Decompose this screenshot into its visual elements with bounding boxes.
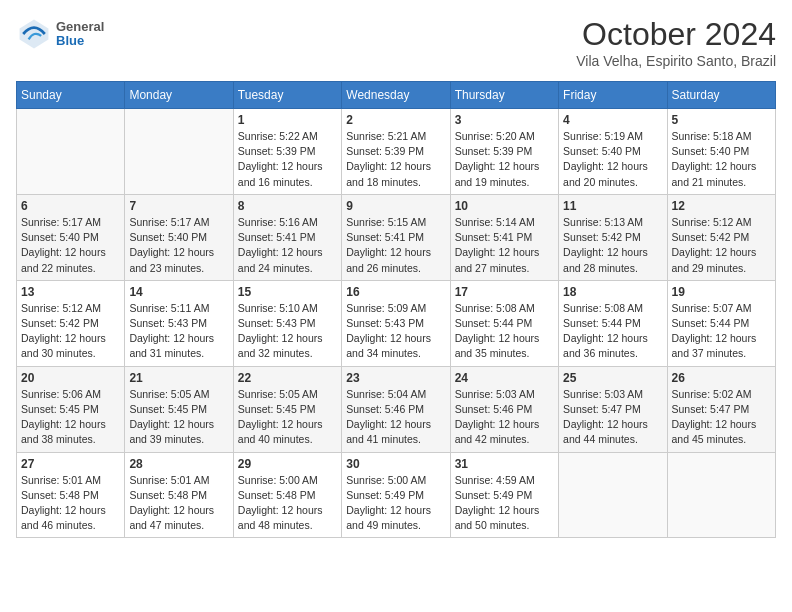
calendar-cell: 12Sunrise: 5:12 AMSunset: 5:42 PMDayligh… <box>667 194 775 280</box>
day-number: 8 <box>238 199 337 213</box>
calendar-cell: 18Sunrise: 5:08 AMSunset: 5:44 PMDayligh… <box>559 280 667 366</box>
day-info: Sunrise: 5:01 AMSunset: 5:48 PMDaylight:… <box>129 473 228 534</box>
day-number: 14 <box>129 285 228 299</box>
calendar-cell: 16Sunrise: 5:09 AMSunset: 5:43 PMDayligh… <box>342 280 450 366</box>
day-number: 10 <box>455 199 554 213</box>
day-number: 28 <box>129 457 228 471</box>
day-number: 29 <box>238 457 337 471</box>
day-info: Sunrise: 5:16 AMSunset: 5:41 PMDaylight:… <box>238 215 337 276</box>
day-number: 12 <box>672 199 771 213</box>
calendar-cell: 9Sunrise: 5:15 AMSunset: 5:41 PMDaylight… <box>342 194 450 280</box>
calendar-cell: 8Sunrise: 5:16 AMSunset: 5:41 PMDaylight… <box>233 194 341 280</box>
day-number: 25 <box>563 371 662 385</box>
day-number: 9 <box>346 199 445 213</box>
day-info: Sunrise: 5:08 AMSunset: 5:44 PMDaylight:… <box>563 301 662 362</box>
day-number: 16 <box>346 285 445 299</box>
day-info: Sunrise: 5:07 AMSunset: 5:44 PMDaylight:… <box>672 301 771 362</box>
day-number: 17 <box>455 285 554 299</box>
calendar-cell <box>667 452 775 538</box>
day-info: Sunrise: 5:02 AMSunset: 5:47 PMDaylight:… <box>672 387 771 448</box>
location: Vila Velha, Espirito Santo, Brazil <box>576 53 776 69</box>
day-number: 3 <box>455 113 554 127</box>
day-info: Sunrise: 5:01 AMSunset: 5:48 PMDaylight:… <box>21 473 120 534</box>
calendar-cell: 29Sunrise: 5:00 AMSunset: 5:48 PMDayligh… <box>233 452 341 538</box>
day-of-week-header: Thursday <box>450 82 558 109</box>
calendar-cell: 11Sunrise: 5:13 AMSunset: 5:42 PMDayligh… <box>559 194 667 280</box>
day-number: 31 <box>455 457 554 471</box>
calendar-cell: 21Sunrise: 5:05 AMSunset: 5:45 PMDayligh… <box>125 366 233 452</box>
calendar-week-row: 6Sunrise: 5:17 AMSunset: 5:40 PMDaylight… <box>17 194 776 280</box>
day-info: Sunrise: 5:17 AMSunset: 5:40 PMDaylight:… <box>129 215 228 276</box>
day-number: 20 <box>21 371 120 385</box>
calendar-week-row: 20Sunrise: 5:06 AMSunset: 5:45 PMDayligh… <box>17 366 776 452</box>
day-number: 27 <box>21 457 120 471</box>
day-of-week-header: Monday <box>125 82 233 109</box>
day-number: 11 <box>563 199 662 213</box>
day-info: Sunrise: 5:14 AMSunset: 5:41 PMDaylight:… <box>455 215 554 276</box>
calendar-cell: 6Sunrise: 5:17 AMSunset: 5:40 PMDaylight… <box>17 194 125 280</box>
day-info: Sunrise: 5:08 AMSunset: 5:44 PMDaylight:… <box>455 301 554 362</box>
day-info: Sunrise: 5:12 AMSunset: 5:42 PMDaylight:… <box>672 215 771 276</box>
calendar-cell: 15Sunrise: 5:10 AMSunset: 5:43 PMDayligh… <box>233 280 341 366</box>
day-info: Sunrise: 5:13 AMSunset: 5:42 PMDaylight:… <box>563 215 662 276</box>
day-number: 19 <box>672 285 771 299</box>
day-info: Sunrise: 5:11 AMSunset: 5:43 PMDaylight:… <box>129 301 228 362</box>
calendar-cell: 27Sunrise: 5:01 AMSunset: 5:48 PMDayligh… <box>17 452 125 538</box>
day-info: Sunrise: 5:19 AMSunset: 5:40 PMDaylight:… <box>563 129 662 190</box>
day-info: Sunrise: 5:18 AMSunset: 5:40 PMDaylight:… <box>672 129 771 190</box>
calendar-cell: 31Sunrise: 4:59 AMSunset: 5:49 PMDayligh… <box>450 452 558 538</box>
day-number: 30 <box>346 457 445 471</box>
day-info: Sunrise: 5:10 AMSunset: 5:43 PMDaylight:… <box>238 301 337 362</box>
day-of-week-header: Friday <box>559 82 667 109</box>
day-info: Sunrise: 5:20 AMSunset: 5:39 PMDaylight:… <box>455 129 554 190</box>
day-info: Sunrise: 5:12 AMSunset: 5:42 PMDaylight:… <box>21 301 120 362</box>
calendar-cell: 23Sunrise: 5:04 AMSunset: 5:46 PMDayligh… <box>342 366 450 452</box>
calendar-cell: 2Sunrise: 5:21 AMSunset: 5:39 PMDaylight… <box>342 109 450 195</box>
day-info: Sunrise: 5:03 AMSunset: 5:46 PMDaylight:… <box>455 387 554 448</box>
day-info: Sunrise: 4:59 AMSunset: 5:49 PMDaylight:… <box>455 473 554 534</box>
calendar-week-row: 27Sunrise: 5:01 AMSunset: 5:48 PMDayligh… <box>17 452 776 538</box>
days-of-week-row: SundayMondayTuesdayWednesdayThursdayFrid… <box>17 82 776 109</box>
logo-blue: Blue <box>56 34 104 48</box>
calendar-cell: 3Sunrise: 5:20 AMSunset: 5:39 PMDaylight… <box>450 109 558 195</box>
calendar-cell: 1Sunrise: 5:22 AMSunset: 5:39 PMDaylight… <box>233 109 341 195</box>
day-info: Sunrise: 5:00 AMSunset: 5:49 PMDaylight:… <box>346 473 445 534</box>
calendar-cell: 4Sunrise: 5:19 AMSunset: 5:40 PMDaylight… <box>559 109 667 195</box>
calendar-cell: 10Sunrise: 5:14 AMSunset: 5:41 PMDayligh… <box>450 194 558 280</box>
month-title: October 2024 <box>576 16 776 53</box>
day-info: Sunrise: 5:05 AMSunset: 5:45 PMDaylight:… <box>238 387 337 448</box>
day-info: Sunrise: 5:04 AMSunset: 5:46 PMDaylight:… <box>346 387 445 448</box>
calendar-cell <box>559 452 667 538</box>
day-number: 22 <box>238 371 337 385</box>
day-number: 15 <box>238 285 337 299</box>
day-of-week-header: Sunday <box>17 82 125 109</box>
calendar-cell: 24Sunrise: 5:03 AMSunset: 5:46 PMDayligh… <box>450 366 558 452</box>
calendar-cell: 22Sunrise: 5:05 AMSunset: 5:45 PMDayligh… <box>233 366 341 452</box>
calendar-cell: 17Sunrise: 5:08 AMSunset: 5:44 PMDayligh… <box>450 280 558 366</box>
calendar-cell: 25Sunrise: 5:03 AMSunset: 5:47 PMDayligh… <box>559 366 667 452</box>
calendar-table: SundayMondayTuesdayWednesdayThursdayFrid… <box>16 81 776 538</box>
logo: General Blue <box>16 16 104 52</box>
day-number: 18 <box>563 285 662 299</box>
logo-text: General Blue <box>56 20 104 49</box>
calendar-week-row: 13Sunrise: 5:12 AMSunset: 5:42 PMDayligh… <box>17 280 776 366</box>
day-of-week-header: Wednesday <box>342 82 450 109</box>
calendar-cell: 30Sunrise: 5:00 AMSunset: 5:49 PMDayligh… <box>342 452 450 538</box>
calendar-cell <box>17 109 125 195</box>
day-number: 21 <box>129 371 228 385</box>
day-info: Sunrise: 5:15 AMSunset: 5:41 PMDaylight:… <box>346 215 445 276</box>
day-number: 5 <box>672 113 771 127</box>
calendar-cell: 26Sunrise: 5:02 AMSunset: 5:47 PMDayligh… <box>667 366 775 452</box>
day-info: Sunrise: 5:05 AMSunset: 5:45 PMDaylight:… <box>129 387 228 448</box>
page-header: General Blue October 2024 Vila Velha, Es… <box>16 16 776 69</box>
day-of-week-header: Saturday <box>667 82 775 109</box>
calendar-cell: 7Sunrise: 5:17 AMSunset: 5:40 PMDaylight… <box>125 194 233 280</box>
calendar-body: 1Sunrise: 5:22 AMSunset: 5:39 PMDaylight… <box>17 109 776 538</box>
day-info: Sunrise: 5:00 AMSunset: 5:48 PMDaylight:… <box>238 473 337 534</box>
day-of-week-header: Tuesday <box>233 82 341 109</box>
day-number: 26 <box>672 371 771 385</box>
calendar-cell: 19Sunrise: 5:07 AMSunset: 5:44 PMDayligh… <box>667 280 775 366</box>
day-number: 6 <box>21 199 120 213</box>
day-number: 1 <box>238 113 337 127</box>
calendar-cell <box>125 109 233 195</box>
